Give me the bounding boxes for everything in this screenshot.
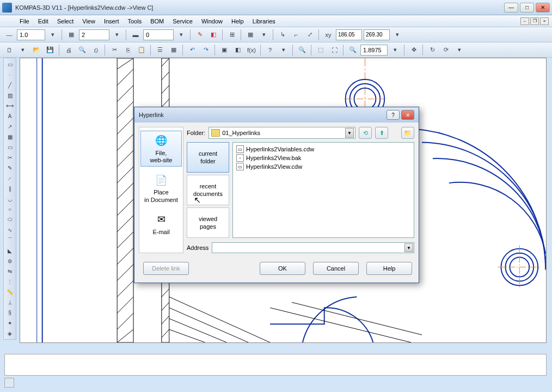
parallel-icon[interactable]: ∥ bbox=[4, 183, 15, 193]
edit-icon[interactable]: ✎ bbox=[4, 163, 15, 173]
text-icon[interactable]: A bbox=[4, 111, 15, 121]
file-item[interactable]: ▫ Hyperlinks2View.bak bbox=[235, 154, 412, 162]
file-list[interactable]: ▭ Hyperlinks2Variables.cdw ▫ Hyperlinks2… bbox=[232, 142, 414, 238]
properties-icon[interactable]: ☰ bbox=[154, 44, 166, 56]
zoom-fit-icon[interactable]: ⛶ bbox=[328, 44, 340, 56]
file-item[interactable]: ▭ Hyperlinks2Variables.cdw bbox=[235, 145, 412, 154]
fillet-icon[interactable]: ⌒ bbox=[4, 235, 15, 245]
cancel-button[interactable]: Cancel bbox=[313, 262, 359, 275]
dropdown-icon[interactable]: ▾ bbox=[175, 29, 187, 41]
menu-file[interactable]: File bbox=[15, 17, 34, 26]
zoom-window-icon[interactable]: ⬚ bbox=[315, 44, 327, 56]
line-style-icon[interactable]: — bbox=[3, 29, 15, 41]
table-icon[interactable]: ▦ bbox=[168, 44, 180, 56]
dropdown-icon[interactable]: ▾ bbox=[111, 29, 123, 41]
link-type-email[interactable]: ✉ E-mail bbox=[140, 210, 182, 238]
menu-bom[interactable]: BOM bbox=[146, 17, 168, 26]
menu-view[interactable]: View bbox=[78, 17, 100, 26]
plot-icon[interactable]: ⎙ bbox=[90, 44, 102, 56]
layer-icon[interactable]: ▦ bbox=[65, 29, 77, 41]
dropdown-icon[interactable]: ▾ bbox=[258, 29, 270, 41]
snap-icon[interactable]: ⊞ bbox=[226, 29, 238, 41]
maximize-button[interactable]: □ bbox=[520, 3, 534, 13]
close-button[interactable]: ✕ bbox=[536, 3, 550, 13]
grid-icon[interactable]: ▦ bbox=[244, 29, 256, 41]
dropdown-icon[interactable]: ▾ bbox=[453, 44, 465, 56]
paste-icon[interactable]: 📋 bbox=[136, 44, 148, 56]
dropdown-icon[interactable]: ▾ bbox=[47, 29, 59, 41]
help-button[interactable]: Help bbox=[366, 262, 412, 275]
chevron-down-icon[interactable]: ▼ bbox=[345, 128, 354, 138]
manager-icon[interactable]: ▣ bbox=[218, 44, 230, 56]
tool-b-icon[interactable]: ◈ bbox=[4, 328, 15, 338]
link-type-place-doc[interactable]: 📄 Place in Document bbox=[140, 170, 182, 206]
line-icon[interactable]: ╱ bbox=[4, 80, 15, 90]
menu-select[interactable]: Select bbox=[53, 17, 78, 26]
xy-icon[interactable]: xy bbox=[322, 29, 334, 41]
dialog-titlebar[interactable]: Hyperlink ? ✕ bbox=[134, 107, 419, 122]
pan-icon[interactable]: ✥ bbox=[408, 44, 420, 56]
up-folder-button[interactable]: ⬆ bbox=[375, 127, 388, 139]
offset-icon[interactable]: ⊚ bbox=[4, 256, 15, 266]
leader-icon[interactable]: ↗ bbox=[4, 121, 15, 131]
menu-edit[interactable]: Edit bbox=[34, 17, 53, 26]
mdi-restore[interactable]: ❐ bbox=[530, 17, 539, 25]
measure-icon[interactable]: 📏 bbox=[4, 287, 15, 297]
back-button[interactable]: ⟲ bbox=[359, 127, 372, 139]
folder-combo[interactable]: 01_Hyperlinks ▼ bbox=[208, 127, 355, 139]
menu-window[interactable]: Window bbox=[197, 17, 227, 26]
minimize-button[interactable]: — bbox=[504, 3, 518, 13]
snap-perp-icon[interactable]: ⌐ bbox=[290, 29, 302, 41]
zoom-input[interactable] bbox=[360, 45, 388, 56]
tab-recent-documents[interactable]: recent documents bbox=[187, 175, 229, 205]
array-icon[interactable]: ⋮ bbox=[4, 277, 15, 286]
tab-current-folder[interactable]: current folder bbox=[187, 142, 229, 173]
panel-tab[interactable] bbox=[4, 378, 14, 388]
constraint-icon[interactable]: ⊥ bbox=[4, 297, 15, 307]
mdi-close[interactable]: × bbox=[540, 17, 549, 25]
dropdown-icon[interactable]: ▾ bbox=[389, 44, 401, 56]
fx-icon[interactable]: f(x) bbox=[246, 44, 257, 56]
arc-icon[interactable]: ◡ bbox=[4, 194, 15, 204]
color-input[interactable] bbox=[143, 29, 174, 40]
chevron-down-icon[interactable]: ▼ bbox=[404, 243, 413, 252]
circle-icon[interactable]: ○ bbox=[4, 204, 15, 214]
symbol-icon[interactable]: § bbox=[4, 308, 15, 317]
address-combo[interactable]: ▼ bbox=[212, 242, 414, 253]
mirror-icon[interactable]: ⇋ bbox=[4, 266, 15, 276]
preview-icon[interactable]: 🔍 bbox=[76, 44, 88, 56]
ellipse-icon[interactable]: ⬭ bbox=[4, 215, 15, 224]
brush-icon[interactable]: ✎ bbox=[194, 29, 206, 41]
file-item[interactable]: ▭ Hyperlinks2View.cdw bbox=[235, 162, 412, 171]
menu-help[interactable]: Help bbox=[227, 17, 248, 26]
save-icon[interactable]: 💾 bbox=[44, 44, 56, 56]
chamfer-icon[interactable]: ◣ bbox=[4, 246, 15, 255]
menu-libraries[interactable]: Libraries bbox=[248, 17, 280, 26]
redo-icon[interactable]: ↷ bbox=[200, 44, 212, 56]
line-width-input[interactable] bbox=[17, 29, 45, 40]
dialog-help-button[interactable]: ? bbox=[387, 110, 400, 120]
dropdown-icon[interactable]: ▾ bbox=[17, 44, 29, 56]
new-folder-button[interactable]: 📁 bbox=[401, 127, 414, 139]
select-icon[interactable]: ▭ bbox=[4, 59, 15, 69]
print-icon[interactable]: 🖨 bbox=[63, 44, 75, 56]
new-icon[interactable]: 🗋 bbox=[3, 44, 15, 56]
color-icon[interactable]: ▬ bbox=[130, 29, 142, 41]
menu-insert[interactable]: Insert bbox=[100, 17, 124, 26]
eraser-icon[interactable]: ◧ bbox=[207, 29, 219, 41]
rect-icon[interactable]: ▭ bbox=[4, 142, 15, 152]
table-icon[interactable]: ▦ bbox=[4, 132, 15, 142]
menu-service[interactable]: Service bbox=[168, 17, 197, 26]
ortho-icon[interactable]: ↳ bbox=[277, 29, 289, 41]
undo-icon[interactable]: ↶ bbox=[186, 44, 198, 56]
library-icon[interactable]: ◧ bbox=[232, 44, 244, 56]
trim-icon[interactable]: ✂ bbox=[4, 152, 15, 162]
hatch-icon[interactable]: ▨ bbox=[4, 90, 15, 100]
point-icon[interactable]: · bbox=[4, 70, 15, 79]
dropdown-icon[interactable]: ▾ bbox=[391, 29, 403, 41]
dropdown-icon[interactable]: ▾ bbox=[278, 44, 290, 56]
snap-tan-icon[interactable]: ⤢ bbox=[304, 29, 316, 41]
delete-link-button[interactable]: Delete link bbox=[143, 262, 189, 275]
ok-button[interactable]: OK bbox=[260, 262, 305, 275]
open-icon[interactable]: 📂 bbox=[30, 44, 42, 56]
